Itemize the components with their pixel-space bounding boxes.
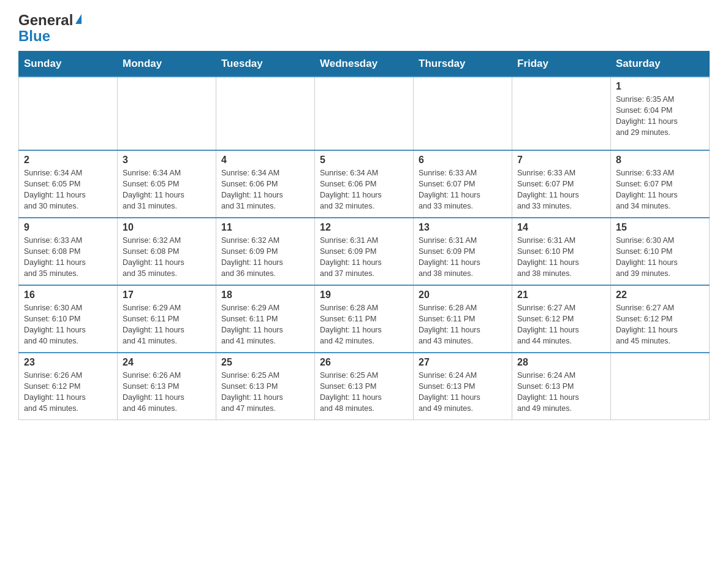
day-number: 7 <box>517 155 605 166</box>
page-header: General Blue <box>18 12 710 45</box>
day-number: 3 <box>123 155 211 166</box>
day-info: Sunrise: 6:35 AMSunset: 6:04 PMDaylight:… <box>616 94 704 139</box>
calendar-cell: 3Sunrise: 6:34 AMSunset: 6:05 PMDaylight… <box>118 150 216 218</box>
day-info: Sunrise: 6:32 AMSunset: 6:09 PMDaylight:… <box>221 235 309 280</box>
calendar-cell <box>216 77 315 150</box>
day-info: Sunrise: 6:26 AMSunset: 6:13 PMDaylight:… <box>123 370 211 415</box>
day-info: Sunrise: 6:33 AMSunset: 6:08 PMDaylight:… <box>24 235 112 280</box>
calendar-cell: 16Sunrise: 6:30 AMSunset: 6:10 PMDayligh… <box>19 285 118 353</box>
day-number: 1 <box>616 81 704 92</box>
day-number: 25 <box>221 357 309 368</box>
day-info: Sunrise: 6:34 AMSunset: 6:06 PMDaylight:… <box>320 167 408 212</box>
day-info: Sunrise: 6:33 AMSunset: 6:07 PMDaylight:… <box>419 167 507 212</box>
day-info: Sunrise: 6:28 AMSunset: 6:11 PMDaylight:… <box>320 302 408 347</box>
calendar-week-row: 9Sunrise: 6:33 AMSunset: 6:08 PMDaylight… <box>19 218 710 285</box>
calendar-header-row: SundayMondayTuesdayWednesdayThursdayFrid… <box>19 51 710 77</box>
calendar-cell <box>19 77 118 150</box>
day-info: Sunrise: 6:27 AMSunset: 6:12 PMDaylight:… <box>517 302 605 347</box>
calendar-cell: 1Sunrise: 6:35 AMSunset: 6:04 PMDaylight… <box>611 77 710 150</box>
calendar-cell: 4Sunrise: 6:34 AMSunset: 6:06 PMDaylight… <box>216 150 315 218</box>
day-info: Sunrise: 6:32 AMSunset: 6:08 PMDaylight:… <box>123 235 211 280</box>
calendar-cell <box>512 77 611 150</box>
day-number: 20 <box>419 289 507 301</box>
day-number: 22 <box>616 289 704 301</box>
day-number: 18 <box>221 289 309 301</box>
day-number: 27 <box>419 357 507 368</box>
day-number: 8 <box>616 155 704 166</box>
day-header-tuesday: Tuesday <box>216 51 315 77</box>
calendar-cell: 22Sunrise: 6:27 AMSunset: 6:12 PMDayligh… <box>611 285 710 353</box>
day-info: Sunrise: 6:25 AMSunset: 6:13 PMDaylight:… <box>221 370 309 415</box>
day-info: Sunrise: 6:34 AMSunset: 6:05 PMDaylight:… <box>24 167 112 212</box>
day-info: Sunrise: 6:27 AMSunset: 6:12 PMDaylight:… <box>616 302 704 347</box>
day-header-saturday: Saturday <box>611 51 710 77</box>
logo-wordmark: General Blue <box>18 12 82 45</box>
day-number: 21 <box>517 289 605 301</box>
day-info: Sunrise: 6:33 AMSunset: 6:07 PMDaylight:… <box>517 167 605 212</box>
day-number: 10 <box>123 222 211 233</box>
day-number: 26 <box>320 357 408 368</box>
calendar-cell: 6Sunrise: 6:33 AMSunset: 6:07 PMDaylight… <box>414 150 512 218</box>
calendar-cell: 13Sunrise: 6:31 AMSunset: 6:09 PMDayligh… <box>414 218 512 285</box>
day-number: 6 <box>419 155 507 166</box>
day-info: Sunrise: 6:30 AMSunset: 6:10 PMDaylight:… <box>24 302 112 347</box>
day-info: Sunrise: 6:31 AMSunset: 6:09 PMDaylight:… <box>320 235 408 280</box>
logo: General Blue <box>18 12 82 45</box>
day-info: Sunrise: 6:31 AMSunset: 6:09 PMDaylight:… <box>419 235 507 280</box>
day-info: Sunrise: 6:31 AMSunset: 6:10 PMDaylight:… <box>517 235 605 280</box>
day-info: Sunrise: 6:28 AMSunset: 6:11 PMDaylight:… <box>419 302 507 347</box>
calendar-cell: 11Sunrise: 6:32 AMSunset: 6:09 PMDayligh… <box>216 218 315 285</box>
day-number: 13 <box>419 222 507 233</box>
day-info: Sunrise: 6:25 AMSunset: 6:13 PMDaylight:… <box>320 370 408 415</box>
day-header-wednesday: Wednesday <box>315 51 414 77</box>
day-number: 28 <box>517 357 605 368</box>
calendar-cell: 28Sunrise: 6:24 AMSunset: 6:13 PMDayligh… <box>512 353 611 420</box>
day-number: 14 <box>517 222 605 233</box>
day-info: Sunrise: 6:26 AMSunset: 6:12 PMDaylight:… <box>24 370 112 415</box>
day-header-friday: Friday <box>512 51 611 77</box>
day-number: 24 <box>123 357 211 368</box>
day-number: 9 <box>24 222 112 233</box>
day-info: Sunrise: 6:24 AMSunset: 6:13 PMDaylight:… <box>419 370 507 415</box>
day-number: 16 <box>24 289 112 301</box>
calendar-cell: 9Sunrise: 6:33 AMSunset: 6:08 PMDaylight… <box>19 218 118 285</box>
calendar-week-row: 23Sunrise: 6:26 AMSunset: 6:12 PMDayligh… <box>19 353 710 420</box>
calendar-table: SundayMondayTuesdayWednesdayThursdayFrid… <box>18 51 710 421</box>
calendar-cell: 12Sunrise: 6:31 AMSunset: 6:09 PMDayligh… <box>315 218 414 285</box>
calendar-cell: 18Sunrise: 6:29 AMSunset: 6:11 PMDayligh… <box>216 285 315 353</box>
day-number: 15 <box>616 222 704 233</box>
calendar-week-row: 2Sunrise: 6:34 AMSunset: 6:05 PMDaylight… <box>19 150 710 218</box>
calendar-cell: 7Sunrise: 6:33 AMSunset: 6:07 PMDaylight… <box>512 150 611 218</box>
calendar-cell: 17Sunrise: 6:29 AMSunset: 6:11 PMDayligh… <box>118 285 216 353</box>
day-info: Sunrise: 6:29 AMSunset: 6:11 PMDaylight:… <box>221 302 309 347</box>
day-info: Sunrise: 6:33 AMSunset: 6:07 PMDaylight:… <box>616 167 704 212</box>
calendar-cell: 2Sunrise: 6:34 AMSunset: 6:05 PMDaylight… <box>19 150 118 218</box>
day-info: Sunrise: 6:30 AMSunset: 6:10 PMDaylight:… <box>616 235 704 280</box>
logo-blue: Blue <box>18 28 50 44</box>
day-info: Sunrise: 6:29 AMSunset: 6:11 PMDaylight:… <box>123 302 211 347</box>
calendar-cell: 24Sunrise: 6:26 AMSunset: 6:13 PMDayligh… <box>118 353 216 420</box>
day-number: 2 <box>24 155 112 166</box>
calendar-cell: 10Sunrise: 6:32 AMSunset: 6:08 PMDayligh… <box>118 218 216 285</box>
logo-general: General <box>18 12 73 28</box>
calendar-cell: 21Sunrise: 6:27 AMSunset: 6:12 PMDayligh… <box>512 285 611 353</box>
calendar-week-row: 16Sunrise: 6:30 AMSunset: 6:10 PMDayligh… <box>19 285 710 353</box>
calendar-week-row: 1Sunrise: 6:35 AMSunset: 6:04 PMDaylight… <box>19 77 710 150</box>
day-number: 11 <box>221 222 309 233</box>
calendar-cell: 15Sunrise: 6:30 AMSunset: 6:10 PMDayligh… <box>611 218 710 285</box>
logo-triangle-icon <box>75 14 82 24</box>
calendar-cell: 25Sunrise: 6:25 AMSunset: 6:13 PMDayligh… <box>216 353 315 420</box>
calendar-cell <box>315 77 414 150</box>
calendar-cell: 19Sunrise: 6:28 AMSunset: 6:11 PMDayligh… <box>315 285 414 353</box>
calendar-cell <box>611 353 710 420</box>
calendar-cell: 20Sunrise: 6:28 AMSunset: 6:11 PMDayligh… <box>414 285 512 353</box>
calendar-cell: 27Sunrise: 6:24 AMSunset: 6:13 PMDayligh… <box>414 353 512 420</box>
day-number: 12 <box>320 222 408 233</box>
day-info: Sunrise: 6:34 AMSunset: 6:06 PMDaylight:… <box>221 167 309 212</box>
day-number: 17 <box>123 289 211 301</box>
day-header-thursday: Thursday <box>414 51 512 77</box>
day-number: 4 <box>221 155 309 166</box>
day-info: Sunrise: 6:34 AMSunset: 6:05 PMDaylight:… <box>123 167 211 212</box>
day-number: 5 <box>320 155 408 166</box>
calendar-cell: 5Sunrise: 6:34 AMSunset: 6:06 PMDaylight… <box>315 150 414 218</box>
